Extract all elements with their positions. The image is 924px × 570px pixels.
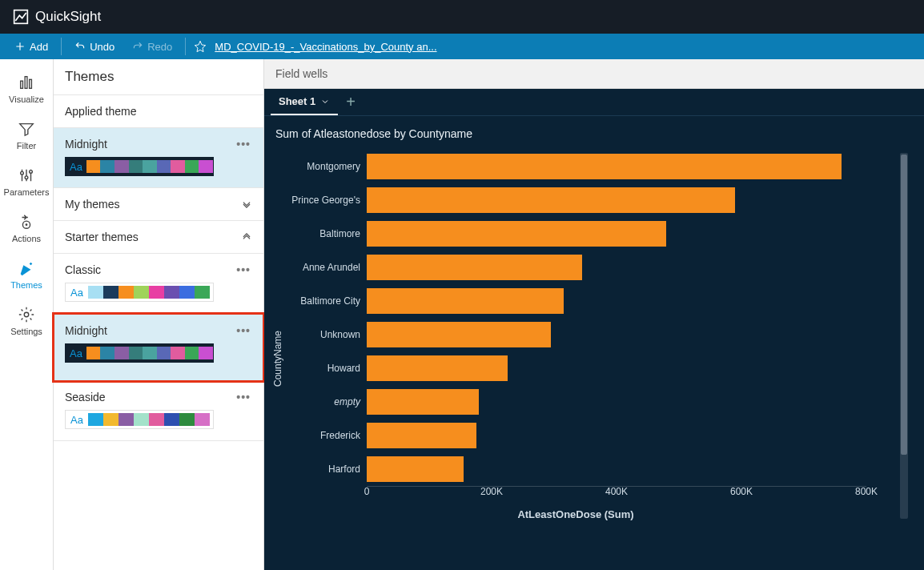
more-icon[interactable]: ••• xyxy=(235,138,252,151)
tick-label: 0 xyxy=(364,486,370,497)
app-name: QuickSight xyxy=(35,9,101,25)
chart-title: Sum of Atleastonedose by Countyname xyxy=(264,116,924,147)
swatch xyxy=(100,347,114,359)
starter-themes-header[interactable]: Starter themes xyxy=(54,221,263,254)
swatch xyxy=(119,286,134,299)
swatch xyxy=(185,347,199,359)
plus-icon xyxy=(14,41,26,52)
bar-fill[interactable] xyxy=(367,423,476,448)
rail-label: Themes xyxy=(10,280,42,290)
swatch xyxy=(88,413,103,426)
swatch xyxy=(103,413,119,426)
swatch xyxy=(199,160,213,173)
x-axis-label: AtLeastOneDose (Sum) xyxy=(285,504,866,532)
bars-column: MontgomeryPrince George'sBaltimoreAnne A… xyxy=(285,150,866,567)
swatch xyxy=(134,413,149,426)
rail-item-themes[interactable]: Themes xyxy=(0,253,53,299)
swatch xyxy=(157,347,171,359)
sidebar-title: Themes xyxy=(54,59,263,95)
bar-track xyxy=(367,251,866,284)
add-button[interactable]: Add xyxy=(10,38,53,56)
category-label: Baltimore City xyxy=(285,295,367,307)
rail-item-visualize[interactable]: Visualize xyxy=(0,67,53,114)
bar-row: Unknown xyxy=(285,318,866,351)
swatch xyxy=(86,347,101,359)
swatch xyxy=(134,286,149,299)
svg-point-5 xyxy=(25,176,28,179)
bar-fill[interactable] xyxy=(367,255,582,280)
theme-card-classic[interactable]: Classic•••Aa xyxy=(54,254,263,314)
swatch-bar: Aa xyxy=(65,283,214,302)
bar-row: Frederick xyxy=(285,419,866,452)
more-icon[interactable]: ••• xyxy=(235,263,252,276)
field-wells-bar[interactable]: Field wells xyxy=(264,59,924,89)
toolbar: Add Undo Redo MD_COVID-19_-_Vaccinations… xyxy=(0,34,924,59)
svg-point-9 xyxy=(24,312,29,317)
theme-name: Midnight xyxy=(65,324,107,337)
sheet-tab[interactable]: Sheet 1 xyxy=(271,89,338,115)
add-label: Add xyxy=(30,41,48,53)
swatch xyxy=(164,286,179,299)
swatch xyxy=(195,286,210,299)
bar-fill[interactable] xyxy=(367,389,479,415)
main-area: VisualizeFilterParametersActionsThemesSe… xyxy=(0,59,924,570)
add-sheet-button[interactable]: + xyxy=(338,93,364,111)
bar-fill[interactable] xyxy=(367,288,564,314)
scrollbar[interactable] xyxy=(900,153,908,519)
rail-label: Actions xyxy=(12,234,41,243)
rail-label: Visualize xyxy=(9,94,44,104)
document-title[interactable]: MD_COVID-19_-_Vaccinations_by_County an.… xyxy=(215,41,436,53)
aa-icon: Aa xyxy=(66,161,86,173)
undo-button[interactable]: Undo xyxy=(70,38,119,56)
category-label: Unknown xyxy=(285,329,367,340)
swatch xyxy=(185,160,199,173)
svg-point-8 xyxy=(26,223,28,226)
applied-theme-card[interactable]: Midnight ••• Aa xyxy=(54,128,263,188)
swatch xyxy=(88,286,103,299)
bar-fill[interactable] xyxy=(367,154,842,179)
category-label: Anne Arundel xyxy=(285,262,367,273)
bar-track xyxy=(367,452,866,486)
swatch xyxy=(171,160,185,173)
swatch xyxy=(179,413,195,426)
redo-label: Redo xyxy=(147,41,172,53)
visualization-area: Sheet 1 + Sum of Atleastonedose by Count… xyxy=(264,89,924,570)
my-themes-header[interactable]: My themes xyxy=(54,188,263,221)
scrollbar-thumb[interactable] xyxy=(901,155,907,455)
theme-card-seaside[interactable]: Seaside•••Aa xyxy=(54,381,263,441)
rail-item-settings[interactable]: Settings xyxy=(0,299,53,346)
theme-name: Midnight xyxy=(65,138,107,151)
app-logo: QuickSight xyxy=(13,9,101,25)
swatch xyxy=(195,413,210,426)
rail-item-parameters[interactable]: Parameters xyxy=(0,160,53,207)
rail-item-actions[interactable]: Actions xyxy=(0,207,53,253)
more-icon[interactable]: ••• xyxy=(235,324,252,337)
axis-ticks: 0200K400K600K800K xyxy=(367,486,866,504)
bar-track xyxy=(367,150,866,183)
tick-label: 400K xyxy=(605,486,628,497)
bar-fill[interactable] xyxy=(367,355,508,381)
bar-row: Baltimore City xyxy=(285,284,866,318)
nav-rail: VisualizeFilterParametersActionsThemesSe… xyxy=(0,59,54,570)
swatch xyxy=(143,160,157,173)
svg-rect-1 xyxy=(21,81,23,88)
redo-button[interactable]: Redo xyxy=(127,38,177,56)
rail-item-filter[interactable]: Filter xyxy=(0,114,53,160)
theme-name: Classic xyxy=(65,263,101,276)
bar-fill[interactable] xyxy=(367,322,551,347)
bar-fill[interactable] xyxy=(367,456,464,482)
swatch xyxy=(179,286,195,299)
aa-icon: Aa xyxy=(66,347,86,359)
bar-row: Prince George's xyxy=(285,183,866,217)
theme-card-midnight[interactable]: Midnight•••Aa xyxy=(52,312,265,383)
chevron-up-icon xyxy=(241,231,252,243)
swatch xyxy=(100,160,114,173)
category-label: Howard xyxy=(285,363,367,374)
more-icon[interactable]: ••• xyxy=(235,391,252,403)
category-label: Baltimore xyxy=(285,228,367,239)
bar-fill[interactable] xyxy=(367,221,666,247)
bar-fill[interactable] xyxy=(367,187,735,213)
star-icon[interactable] xyxy=(194,40,207,53)
starter-themes-label: Starter themes xyxy=(65,231,139,243)
swatch xyxy=(157,160,171,173)
